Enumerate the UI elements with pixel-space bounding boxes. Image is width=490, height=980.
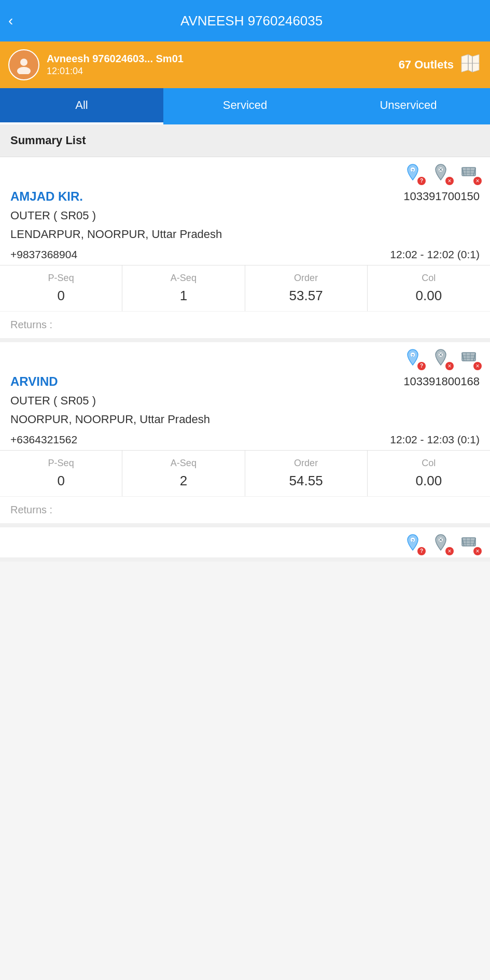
outlet-name-1[interactable]: AMJAD KIR. bbox=[10, 189, 83, 204]
location-x-btn-2[interactable] bbox=[431, 347, 454, 370]
returns-row-2: Returns : bbox=[0, 496, 490, 523]
outlet-contact-row-2: +6364321562 12:02 - 12:03 (0:1) bbox=[0, 429, 490, 450]
a-seq-label-1: A-Seq bbox=[171, 273, 197, 284]
cart-x-btn-1[interactable] bbox=[459, 162, 482, 185]
svg-point-0 bbox=[20, 59, 27, 66]
order-cell-1: Order 53.57 bbox=[245, 265, 368, 311]
outlet-card-2: ? ARVIND bbox=[0, 342, 490, 527]
a-seq-cell-1: A-Seq 1 bbox=[122, 265, 245, 311]
header-title: AVNEESH 9760246035 bbox=[21, 13, 482, 29]
user-info: Avneesh 976024603... Sm01 12:01:04 bbox=[47, 53, 399, 77]
col-value-2: 0.00 bbox=[416, 473, 442, 489]
outlet-time-1: 12:02 - 12:02 (0:1) bbox=[390, 248, 480, 261]
p-seq-value-2: 0 bbox=[57, 473, 64, 489]
svg-text:?: ? bbox=[412, 168, 414, 173]
outlet-route-1: OUTER ( SR05 ) bbox=[0, 207, 490, 225]
col-label-2: Col bbox=[422, 458, 436, 469]
location-question-btn-2[interactable]: ? bbox=[403, 347, 426, 370]
stats-grid-2: P-Seq 0 A-Seq 2 Order 54.55 Col 0.00 bbox=[0, 450, 490, 496]
outlet-phone-2[interactable]: +6364321562 bbox=[10, 433, 77, 446]
order-label-1: Order bbox=[294, 273, 318, 284]
outlet-route-2: OUTER ( SR05 ) bbox=[0, 392, 490, 410]
order-label-2: Order bbox=[294, 458, 318, 469]
info-bar: Avneesh 976024603... Sm01 12:01:04 67 Ou… bbox=[0, 41, 490, 88]
outlet-id-1: 103391700150 bbox=[403, 190, 480, 203]
a-seq-value-2: 2 bbox=[180, 473, 187, 489]
outlet-phone-1[interactable]: +9837368904 bbox=[10, 248, 77, 261]
p-seq-label-1: P-Seq bbox=[48, 273, 74, 284]
tabs-bar: All Serviced Unserviced bbox=[0, 88, 490, 124]
svg-text:?: ? bbox=[412, 538, 414, 543]
p-seq-value-1: 0 bbox=[57, 288, 64, 304]
user-name: Avneesh 976024603... Sm01 bbox=[47, 53, 399, 65]
location-question-btn-1[interactable]: ? bbox=[403, 162, 426, 185]
avatar bbox=[8, 49, 39, 80]
outlet-icons-row-1: ? bbox=[0, 157, 490, 187]
a-seq-label-2: A-Seq bbox=[171, 458, 197, 469]
back-button[interactable]: ‹ bbox=[8, 12, 13, 29]
map-icon[interactable] bbox=[459, 52, 482, 77]
top-header: ‹ AVNEESH 9760246035 bbox=[0, 0, 490, 41]
order-cell-2: Order 54.55 bbox=[245, 451, 368, 496]
p-seq-label-2: P-Seq bbox=[48, 458, 74, 469]
outlet-time-2: 12:02 - 12:03 (0:1) bbox=[390, 433, 480, 446]
outlets-area: 67 Outlets bbox=[399, 52, 482, 77]
outlet-contact-row-1: +9837368904 12:02 - 12:02 (0:1) bbox=[0, 244, 490, 265]
outlet-name-row-2: ARVIND 103391800168 bbox=[0, 372, 490, 392]
location-question-btn-3[interactable]: ? bbox=[403, 533, 426, 555]
outlet-card-1: ? AMJAD K bbox=[0, 157, 490, 342]
cart-x-btn-2[interactable] bbox=[459, 347, 482, 370]
outlet-card-3: ? bbox=[0, 527, 490, 562]
stats-grid-1: P-Seq 0 A-Seq 1 Order 53.57 Col 0.00 bbox=[0, 265, 490, 311]
order-value-1: 53.57 bbox=[289, 288, 323, 304]
tab-serviced[interactable]: Serviced bbox=[163, 88, 327, 124]
outlet-icons-row-2: ? bbox=[0, 342, 490, 372]
location-x-btn-3[interactable] bbox=[431, 533, 454, 555]
col-value-1: 0.00 bbox=[416, 288, 442, 304]
cart-x-btn-3[interactable] bbox=[459, 533, 482, 555]
outlet-address-1: LENDARPUR, NOORPUR, Uttar Pradesh bbox=[0, 225, 490, 244]
p-seq-cell-2: P-Seq 0 bbox=[0, 451, 122, 496]
user-time: 12:01:04 bbox=[47, 66, 399, 77]
col-label-1: Col bbox=[422, 273, 436, 284]
svg-point-1 bbox=[17, 67, 31, 74]
order-value-2: 54.55 bbox=[289, 473, 323, 489]
a-seq-cell-2: A-Seq 2 bbox=[122, 451, 245, 496]
outlet-name-2[interactable]: ARVIND bbox=[10, 374, 58, 389]
outlet-icons-row-3: ? bbox=[0, 527, 490, 557]
p-seq-cell-1: P-Seq 0 bbox=[0, 265, 122, 311]
tab-unserviced[interactable]: Unserviced bbox=[327, 88, 490, 124]
outlet-name-row-1: AMJAD KIR. 103391700150 bbox=[0, 187, 490, 207]
outlet-address-2: NOORPUR, NOORPUR, Uttar Pradesh bbox=[0, 410, 490, 429]
outlet-id-2: 103391800168 bbox=[403, 375, 480, 388]
outlets-count: 67 Outlets bbox=[399, 58, 454, 72]
col-cell-2: Col 0.00 bbox=[368, 451, 490, 496]
svg-text:?: ? bbox=[412, 353, 414, 358]
summary-list-header: Summary List bbox=[0, 124, 490, 157]
location-x-btn-1[interactable] bbox=[431, 162, 454, 185]
col-cell-1: Col 0.00 bbox=[368, 265, 490, 311]
a-seq-value-1: 1 bbox=[180, 288, 187, 304]
tab-all[interactable]: All bbox=[0, 88, 163, 124]
returns-row-1: Returns : bbox=[0, 311, 490, 338]
